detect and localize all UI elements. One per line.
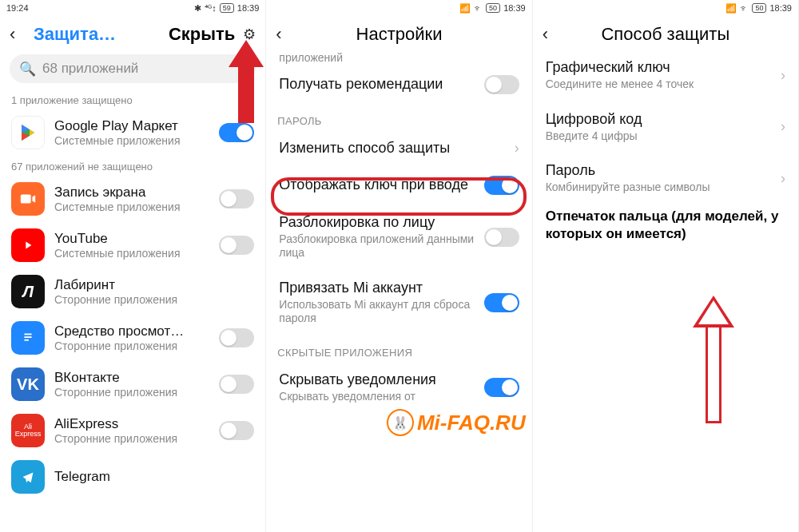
app-icon-google-play — [11, 116, 45, 149]
app-row[interactable]: YouTubeСистемные приложения — [0, 222, 265, 268]
panel-protection-method: 📶 ᯤ 50 18:39 ‹ Способ защиты Графический… — [533, 0, 799, 532]
cutoff-text: приложений — [266, 51, 531, 66]
option-pattern[interactable]: Графический ключ Соедините не менее 4 то… — [533, 50, 798, 101]
toggle-switch[interactable] — [219, 189, 254, 208]
setting-title: Разблокировка по лицу — [279, 214, 475, 231]
option-password[interactable]: Пароль Комбинируйте разные символы › — [533, 153, 798, 204]
page-title: Настройки — [300, 24, 498, 45]
battery-indicator: 50 — [752, 3, 766, 13]
protected-count-label: 1 приложение защищено — [0, 89, 265, 109]
svg-rect-8 — [24, 334, 31, 335]
app-icon-viewer — [11, 321, 45, 355]
app-sub: Системные приложения — [54, 200, 209, 213]
section-password: ПАРОЛЬ — [266, 104, 531, 130]
battery-indicator: 59 — [220, 3, 234, 13]
setting-sub: Скрывать уведомления от — [279, 390, 475, 404]
app-icon-youtube — [11, 228, 45, 262]
toggle-switch[interactable] — [219, 236, 254, 255]
svg-rect-4 — [21, 195, 31, 204]
battery-indicator: 50 — [486, 3, 500, 13]
annotation-highlight-change-method — [271, 177, 527, 216]
option-sub: Введите 4 цифры — [546, 129, 773, 144]
toggle-switch[interactable] — [219, 421, 254, 440]
setting-title: Изменить способ защиты — [279, 140, 506, 157]
search-input[interactable]: 🔍 68 приложений — [10, 54, 256, 83]
app-icon-vk: VK — [11, 367, 45, 401]
panel-protection-apps: 19:24 ✱ ⁴ᴳ↕ 59 18:39 ‹ Защита… Скрыть ⚙ … — [0, 0, 266, 532]
app-row[interactable]: VK ВКонтактеСторонние приложения — [0, 361, 265, 407]
chevron-right-icon: › — [781, 67, 785, 84]
app-sub: Сторонние приложения — [54, 432, 209, 445]
toggle-switch[interactable] — [219, 328, 254, 347]
status-time-right: 18:39 — [237, 3, 260, 13]
toggle-switch[interactable] — [484, 228, 519, 247]
page-title: Способ защиты — [566, 24, 765, 45]
wifi-icon: ᯤ — [474, 3, 483, 13]
status-bar: 📶 ᯤ 50 18:39 — [533, 0, 798, 16]
setting-sub: Разблокировка приложений данными лица — [279, 232, 475, 260]
app-name: Средство просмот… — [54, 324, 209, 339]
toggle-switch[interactable] — [484, 378, 519, 397]
status-time: 18:39 — [769, 3, 792, 13]
app-row[interactable]: Запись экранаСистемные приложения — [0, 176, 265, 222]
option-pin[interactable]: Цифровой код Введите 4 цифры › — [533, 101, 798, 153]
toggle-switch[interactable] — [484, 75, 519, 94]
app-icon-screen-record — [11, 182, 45, 216]
status-bar: 19:24 ✱ ⁴ᴳ↕ 59 18:39 — [0, 0, 265, 16]
back-button[interactable]: ‹ — [276, 24, 292, 45]
app-name: Запись экрана — [54, 185, 209, 200]
tab-protection[interactable]: Защита… — [34, 24, 161, 45]
app-sub: Системные приложения — [54, 134, 209, 147]
bluetooth-icon: ✱ — [194, 3, 201, 14]
app-header: ‹ Настройки — [266, 16, 531, 50]
svg-rect-9 — [24, 336, 31, 338]
app-icon-labirint: Л — [11, 275, 45, 308]
option-sub: Соедините не менее 4 точек — [546, 77, 773, 92]
app-header: ‹ Защита… Скрыть ⚙ — [0, 16, 265, 50]
svg-marker-3 — [30, 129, 34, 136]
setting-title: Получать рекомендации — [279, 76, 475, 93]
option-title: Цифровой код — [546, 111, 773, 128]
wifi-icon: ᯤ — [740, 3, 749, 13]
fingerprint-note: Отпечаток пальца (для моделей, у которых… — [533, 204, 798, 244]
setting-sub: Использовать Mi аккаунт для сброса парол… — [279, 298, 475, 326]
app-name: YouTube — [54, 231, 209, 247]
annotation-arrow-to-gear — [229, 40, 264, 123]
app-row[interactable]: Google Play Маркет Системные приложения — [0, 109, 265, 156]
setting-title: Привязать Mi аккаунт — [279, 280, 475, 296]
chevron-right-icon: › — [781, 170, 785, 187]
app-sub: Сторонние приложения — [54, 386, 209, 399]
app-name: Лабиринт — [54, 277, 254, 293]
toggle-switch[interactable] — [219, 375, 254, 394]
back-button[interactable]: ‹ — [10, 24, 26, 45]
app-sub: Сторонние приложения — [54, 339, 209, 352]
setting-change-protection-method[interactable]: Изменить способ защиты › — [266, 130, 531, 166]
app-row[interactable]: AliExpress AliExpressСторонние приложени… — [0, 407, 265, 454]
option-title: Графический ключ — [546, 59, 773, 76]
setting-title: Скрывать уведомления — [279, 371, 475, 388]
setting-hide-notifications[interactable]: Скрывать уведомления Скрывать уведомлени… — [266, 362, 531, 414]
chevron-right-icon: › — [515, 140, 519, 157]
search-placeholder: 68 приложений — [42, 61, 138, 77]
toggle-switch[interactable] — [484, 293, 519, 312]
option-sub: Комбинируйте разные символы — [546, 181, 773, 195]
app-sub: Системные приложения — [54, 247, 209, 260]
setting-mi-account[interactable]: Привязать Mi аккаунт Использовать Mi акк… — [266, 270, 531, 335]
svg-rect-10 — [24, 339, 29, 341]
app-row[interactable]: Л ЛабиринтСторонние приложения — [0, 268, 265, 315]
status-time: 18:39 — [503, 3, 526, 13]
setting-recommendations[interactable]: Получать рекомендации — [266, 66, 531, 104]
unprotected-count-label: 67 приложений не защищено — [0, 156, 265, 176]
toggle-switch[interactable] — [219, 123, 254, 142]
app-row[interactable]: Средство просмот…Сторонние приложения — [0, 315, 265, 361]
logo-text: Mi-FAQ.RU — [417, 411, 526, 435]
app-row[interactable]: Telegram — [0, 454, 265, 500]
app-sub: Сторонние приложения — [54, 293, 254, 306]
status-bar: 📶 ᯤ 50 18:39 — [266, 0, 531, 16]
tab-hide[interactable]: Скрыть — [169, 24, 235, 45]
signal-icon: 📶 — [459, 3, 471, 14]
section-hidden-apps: СКРЫТЫЕ ПРИЛОЖЕНИЯ — [266, 335, 531, 362]
back-button[interactable]: ‹ — [543, 24, 559, 45]
signal-icon: 📶 — [725, 3, 737, 14]
app-icon-aliexpress: AliExpress — [11, 414, 45, 447]
